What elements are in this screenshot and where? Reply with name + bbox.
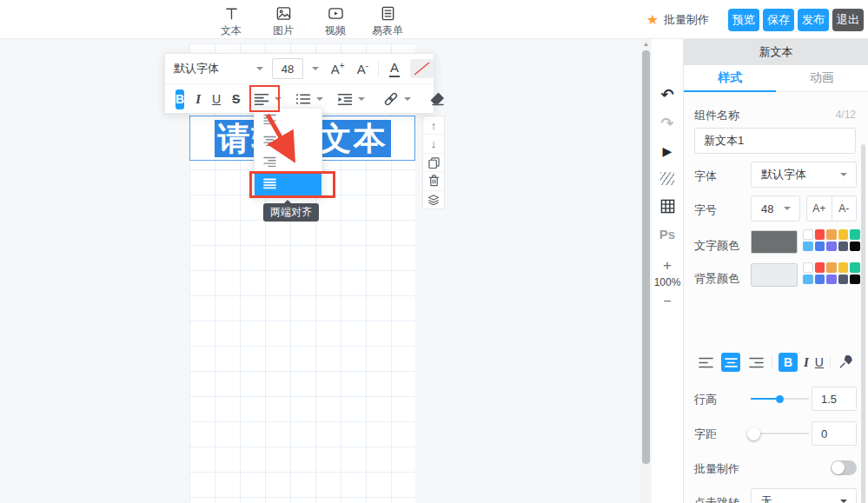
scrollbar-up-icon[interactable]: ▲ [640,41,652,47]
line-height-thumb[interactable] [776,395,784,403]
tool-image[interactable]: 图片 [263,3,303,38]
zoom-out-button[interactable]: − [652,294,683,309]
align-center-button[interactable] [721,353,740,372]
side-tool-strip: ↶ ↷ ▶ Ps + 100% − [652,39,683,503]
strikethrough-button[interactable]: S [232,92,240,106]
canvas-scrollbar[interactable]: ▲ [640,39,652,503]
delete-button[interactable] [423,172,444,190]
chevron-down-icon[interactable] [312,67,319,74]
sidebar-tabs: 样式 动画 [684,65,868,92]
bg-color-palette[interactable] [803,262,860,284]
batch-make-link[interactable]: 批量制作 [664,12,709,28]
line-height-slider[interactable] [751,398,809,400]
align-right-option[interactable] [255,151,321,172]
indent-dropdown-caret[interactable] [358,97,365,104]
size-increase-button[interactable]: A+ [807,196,832,221]
color-swatch[interactable] [815,242,825,252]
italic-button[interactable]: I [804,355,809,370]
color-swatch[interactable] [826,242,837,252]
annotation-box-justify-option [249,171,335,198]
color-swatch[interactable] [838,275,849,285]
canvas-scrollbar-thumb[interactable] [642,50,650,464]
list-button[interactable] [295,93,311,105]
tab-animation[interactable]: 动画 [776,65,868,91]
color-swatch[interactable] [838,242,849,252]
zoom-in-button[interactable]: + [652,257,683,275]
underline-button[interactable]: U [815,355,824,369]
pattern-tool-button[interactable] [660,172,674,185]
highlight-color-button[interactable] [410,59,434,78]
increase-font-button[interactable]: A+ [331,61,345,76]
color-swatch[interactable] [803,229,813,240]
font-size-select[interactable]: 48 [272,58,302,79]
font-family-select[interactable]: 默认字体 [174,61,263,76]
font-select[interactable]: 默认字体 [751,162,857,188]
size-select-value: 48 [761,202,773,215]
move-up-button[interactable]: ↑ [423,116,444,135]
align-left-button[interactable] [696,353,715,372]
bold-button[interactable]: B [176,89,184,109]
color-swatch[interactable] [803,242,813,252]
play-button[interactable]: ▶ [652,144,683,158]
color-swatch[interactable] [850,275,860,285]
italic-button[interactable]: I [195,92,201,107]
link-dropdown-caret[interactable] [404,97,411,104]
line-height-input[interactable] [812,387,857,411]
move-down-button[interactable]: ↓ [423,135,444,153]
align-center-option[interactable] [255,130,321,151]
size-decrease-button[interactable]: A- [832,196,857,221]
text-color-current[interactable] [751,230,798,254]
redo-button[interactable]: ↷ [652,114,683,133]
letter-spacing-slider[interactable] [751,433,809,434]
layers-button[interactable] [423,191,444,208]
color-swatch[interactable] [850,262,860,273]
richtext-toolbar: 默认字体 48 A+ A- A B I U S [164,53,434,114]
color-swatch[interactable] [838,229,849,240]
font-color-button[interactable]: A [389,60,400,77]
color-swatch[interactable] [803,275,813,285]
align-right-button[interactable] [746,353,765,372]
color-swatch[interactable] [803,262,813,273]
format-brush-button[interactable] [837,353,856,372]
bg-color-current[interactable] [751,263,798,287]
ps-tool-button[interactable]: Ps [652,227,683,242]
decrease-font-button[interactable]: A- [357,61,368,76]
underline-button[interactable]: U [212,92,221,106]
color-swatch[interactable] [850,242,860,252]
tool-text[interactable]: 文本 [211,3,251,38]
publish-button[interactable]: 发布 [798,9,829,31]
grid-tool-button[interactable] [652,199,683,214]
exit-button[interactable]: 退出 [832,9,864,31]
jump-label: 点击跳转 [694,495,739,503]
size-select[interactable]: 48 [751,195,800,222]
tool-form-label: 易表单 [372,23,403,38]
component-name-input[interactable] [694,128,856,154]
jump-select[interactable]: 无 [751,488,857,503]
toggle-knob [832,461,845,474]
letter-spacing-input[interactable] [812,421,857,446]
color-swatch[interactable] [850,229,860,240]
sidebar-scrollbar-thumb[interactable] [861,144,865,503]
text-color-palette[interactable] [803,229,860,251]
batch-toggle[interactable] [831,460,857,475]
undo-button[interactable]: ↶ [652,85,683,104]
indent-button[interactable] [337,93,353,106]
color-swatch[interactable] [826,275,837,285]
tab-style[interactable]: 样式 [684,65,776,91]
color-swatch[interactable] [815,229,825,240]
bold-button[interactable]: B [779,353,798,372]
eraser-button[interactable] [429,92,445,106]
link-button[interactable] [383,91,399,107]
color-swatch[interactable] [815,275,825,285]
color-swatch[interactable] [838,262,849,273]
list-dropdown-caret[interactable] [316,97,323,104]
tool-form[interactable]: 易表单 [368,3,407,38]
preview-button[interactable]: 预览 [728,9,759,31]
color-swatch[interactable] [826,262,837,273]
save-button[interactable]: 保存 [763,9,794,31]
tool-video[interactable]: 视频 [315,3,355,38]
letter-spacing-thumb[interactable] [747,427,760,440]
duplicate-button[interactable] [423,154,444,172]
color-swatch[interactable] [815,262,825,273]
color-swatch[interactable] [826,229,837,240]
